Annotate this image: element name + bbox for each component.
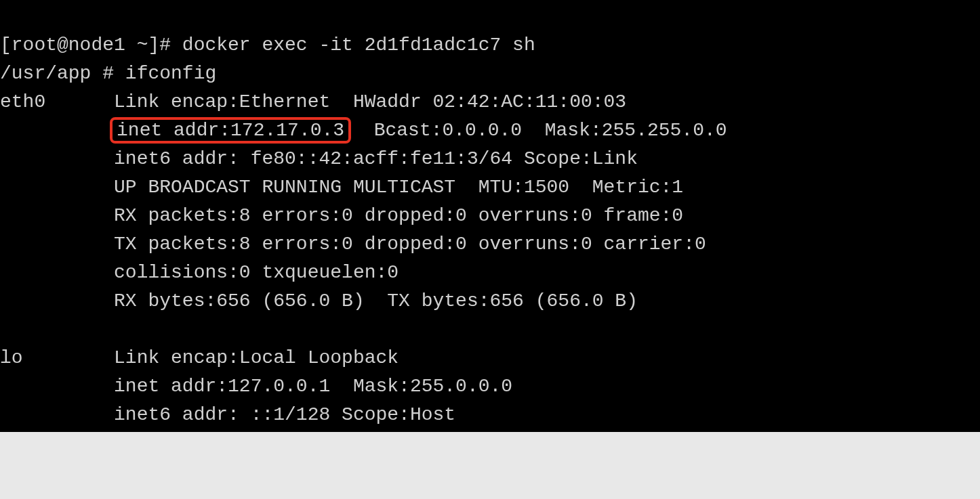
eth0-inet-rest: Bcast:0.0.0.0 Mask:255.255.0.0 [351,120,727,141]
command-line: /usr/app # ifconfig [0,63,216,84]
lo-header: lo Link encap:Local Loopback [0,347,399,368]
eth0-flags: UP BROADCAST RUNNING MULTICAST MTU:1500 … [0,177,683,198]
terminal-output[interactable]: [root@node1 ~]# docker exec -it 2d1fd1ad… [0,0,980,432]
eth0-collisions: collisions:0 txqueuelen:0 [0,262,399,283]
eth0-bytes: RX bytes:656 (656.0 B) TX bytes:656 (656… [0,290,638,311]
lo-inet6: inet6 addr: ::1/128 Scope:Host [0,404,455,425]
inet-addr-highlight: inet addr:172.17.0.3 [110,117,351,144]
eth0-rx-packets: RX packets:8 errors:0 dropped:0 overruns… [0,205,683,226]
eth0-tx-packets: TX packets:8 errors:0 dropped:0 overruns… [0,234,706,255]
eth0-header: eth0 Link encap:Ethernet HWaddr 02:42:AC… [0,91,626,112]
lo-inet: inet addr:127.0.0.1 Mask:255.0.0.0 [0,376,512,397]
eth0-inet6: inet6 addr: fe80::42:acff:fe11:3/64 Scop… [0,148,638,169]
eth0-inet-indent [0,120,114,141]
prompt-line: [root@node1 ~]# docker exec -it 2d1fd1ad… [0,35,535,56]
